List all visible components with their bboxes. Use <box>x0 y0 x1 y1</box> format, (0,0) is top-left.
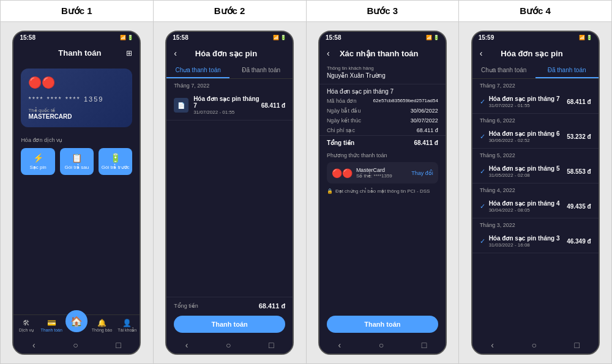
pm-change-btn[interactable]: Thay đổi <box>411 170 433 176</box>
step3-screen: ‹ Xác nhận thanh toán Thông tin khách hà… <box>319 43 446 354</box>
invoice-date-s2: 31/07/2022 - 01:55 <box>193 110 261 115</box>
s4-item-thang7: ✓ Hóa đơn sạc pin tháng 7 31/07/2022 - 0… <box>472 91 599 114</box>
nav-home[interactable]: 🏠 <box>64 318 89 334</box>
thanh-toan-icon: 💳 <box>47 319 56 327</box>
nav-thong-bao[interactable]: 🔔 Thông báo <box>89 318 114 334</box>
step4-nav-bottom: ‹ ○ □ <box>472 336 599 354</box>
battery-icon-s2: 🔋 <box>280 35 286 40</box>
recent-btn-s2[interactable]: □ <box>269 340 274 350</box>
ngay-bat-dau-value: 30/06/2022 <box>411 108 438 114</box>
recent-btn-s4[interactable]: □ <box>574 340 579 350</box>
nav-thanh-toan[interactable]: 💳 Thanh toán <box>39 318 64 334</box>
s4-title-thang7: Hóa đơn sạc pin tháng 7 <box>489 95 567 102</box>
s4-title-thang3: Hóa đơn sạc pin tháng 3 <box>489 235 567 242</box>
payment-method-box: 🔴🔴 MasterCard Số thẻ: ****1359 Thay đổi <box>327 162 438 184</box>
tai-khoan-icon: 👤 <box>122 319 132 327</box>
invoice-info: Hóa đơn sạc pin tháng 7 31/07/2022 - 01:… <box>193 95 261 115</box>
home-btn-s2[interactable]: ○ <box>226 340 231 350</box>
step1-bottom-nav: 🛠 Dịch vụ 💳 Thanh toán 🏠 🔔 Thông b <box>13 314 140 336</box>
nav-tai-khoan[interactable]: 👤 Tài khoản <box>114 318 140 334</box>
tab4-da-thanh-toan[interactable]: Đã thanh toán <box>536 63 599 78</box>
card-brand: 🔴🔴 <box>28 76 125 89</box>
recent-btn-s3[interactable]: □ <box>422 340 427 350</box>
step2-screen: ‹ Hóa đơn sạc pin Chưa thanh toán Đã tha… <box>166 43 293 354</box>
s4-item-thang6: ✓ Hóa đơn sạc pin tháng 6 30/06/2022 - 0… <box>472 125 599 149</box>
step1-header-icon[interactable]: ⊞ <box>126 49 132 58</box>
step-2-header: Bước 2 <box>154 1 307 21</box>
step3-page-header: ‹ Xác nhận thanh toán <box>319 43 446 63</box>
s4-section-thang4: Tháng 4, 2022 <box>472 184 599 195</box>
home-center-btn[interactable]: 🏠 <box>65 310 88 332</box>
signal-icon-s2: 📶 <box>273 35 279 40</box>
step1-status-icons: 📶 🔋 <box>120 35 133 40</box>
step4-status-bar: 15:59 📶 🔋 <box>472 32 599 43</box>
home-btn-s4[interactable]: ○ <box>531 340 536 350</box>
s4-date-thang7: 31/07/2022 - 01:55 <box>489 103 567 108</box>
sac-pin-btn[interactable]: ⚡ Sạc pin <box>21 148 54 175</box>
s4-item-thang5: ✓ Hóa đơn sạc pin tháng 5 31/05/2022 - 0… <box>472 160 599 184</box>
step1-nav-bottom: ‹ ○ □ <box>13 336 140 354</box>
s4-amount-thang7: 68.411 đ <box>567 98 591 105</box>
check-icon-thang5: ✓ <box>480 168 485 176</box>
security-note: 🔒 Đạt chứng chỉ bảo mật thông tin PCI - … <box>319 186 446 196</box>
nav-dich-vu[interactable]: 🛠 Dịch vụ <box>13 318 39 334</box>
s4-amount-thang3: 46.349 đ <box>567 238 591 245</box>
step2-pay-button[interactable]: Thanh toán <box>174 316 285 333</box>
check-icon-thang7: ✓ <box>480 98 485 106</box>
step1-phone-container: 15:58 📶 🔋 Thanh toán ⊞ 🔴🔴 <box>1 22 154 363</box>
back-btn-s1[interactable]: ‹ <box>32 340 35 350</box>
back-btn-s4[interactable]: ‹ <box>491 340 494 350</box>
s4-info-thang7: Hóa đơn sạc pin tháng 7 31/07/2022 - 01:… <box>489 95 567 108</box>
signal-icon-s3: 📶 <box>426 35 432 40</box>
sac-pin-icon: ⚡ <box>23 153 52 163</box>
step1-phone: 15:58 📶 🔋 Thanh toán ⊞ 🔴🔴 <box>12 31 141 355</box>
payment-method-label: Phương thức thanh toán <box>319 150 446 160</box>
goi-tra-truoc-btn[interactable]: 🔋 Gói trả trước <box>99 148 132 175</box>
sac-pin-label: Sạc pin <box>23 165 52 170</box>
step3-time: 15:58 <box>326 34 341 41</box>
step2-section-label: Tháng 7, 2022 <box>166 79 293 91</box>
step3-phone-container: 15:58 📶 🔋 ‹ Xác nhận thanh toán Thông ti… <box>307 22 460 363</box>
row-ma-hoa-don: Mã hóa đơn 62e57cb835659bed2571ad54 <box>319 96 446 106</box>
tab4-chua-thanh-toan[interactable]: Chưa thanh toán <box>472 63 536 78</box>
s4-section-thang7: Tháng 7, 2022 <box>472 79 599 91</box>
step4-title: Hóa đơn sạc pin <box>482 49 581 58</box>
invoice-title-s2: Hóa đơn sạc pin tháng 7 <box>193 95 261 109</box>
chi-phi-sac-label: Chi phí sạc <box>327 127 355 133</box>
step2-total-amount: 68.411 đ <box>259 302 285 310</box>
check-icon-thang6: ✓ <box>480 133 485 141</box>
battery-icon-s3: 🔋 <box>433 35 439 40</box>
step1-title: Thanh toán <box>33 48 126 58</box>
s4-date-thang4: 30/04/2022 - 08:05 <box>489 207 567 213</box>
step1-time: 15:58 <box>20 34 35 41</box>
home-btn-s3[interactable]: ○ <box>379 340 384 350</box>
check-icon-thang3: ✓ <box>480 237 485 245</box>
home-btn-s1[interactable]: ○ <box>73 340 78 350</box>
security-icon: 🔒 <box>327 188 333 194</box>
mastercard-logo: 🔴🔴 <box>28 76 55 89</box>
step4-page-header: ‹ Hóa đơn sạc pin <box>472 43 599 63</box>
back-btn-s3[interactable]: ‹ <box>338 340 341 350</box>
step2-time: 15:58 <box>173 34 188 41</box>
step1-status-bar: 15:58 📶 🔋 <box>13 32 140 43</box>
step-3-header: Bước 3 <box>307 1 460 21</box>
recent-btn-s1[interactable]: □ <box>116 340 121 350</box>
back-btn-s2[interactable]: ‹ <box>185 340 188 350</box>
s4-date-thang5: 31/05/2022 - 02:08 <box>489 173 567 178</box>
ma-hoa-don-label: Mã hóa đơn <box>327 98 357 104</box>
step4-phone: 15:59 📶 🔋 ‹ Hóa đơn sạc pin Chưa thanh t… <box>471 31 600 355</box>
step2-footer-total: Tổng tiền 68.411 đ <box>166 297 293 312</box>
tab-chua-thanh-toan[interactable]: Chưa thanh toán <box>166 63 230 78</box>
invoice-amount-s2: 68.411 đ <box>261 102 285 109</box>
goi-tra-sau-icon: 📋 <box>62 153 91 163</box>
goi-tra-sau-btn[interactable]: 📋 Gói trả sau <box>60 148 94 175</box>
s4-item-thang4: ✓ Hóa đơn sạc pin tháng 4 30/04/2022 - 0… <box>472 195 599 218</box>
step1-card: 🔴🔴 **** **** **** 1359 Thẻ quốc tế MASTE… <box>21 69 132 127</box>
step3-pay-button[interactable]: Thanh toán <box>327 316 438 333</box>
pm-info: MasterCard Số thẻ: ****1359 <box>356 167 408 179</box>
tab-da-thanh-toan[interactable]: Đã thanh toán <box>230 63 293 78</box>
main-container: Bước 1 Bước 2 Bước 3 Bước 4 15:58 📶 🔋 T <box>0 0 612 364</box>
customer-name: Nguyễn Xuân Trường <box>319 72 446 83</box>
step4-time: 15:59 <box>479 34 494 41</box>
ma-hoa-don-value: 62e57cb835659bed2571ad54 <box>373 98 438 104</box>
